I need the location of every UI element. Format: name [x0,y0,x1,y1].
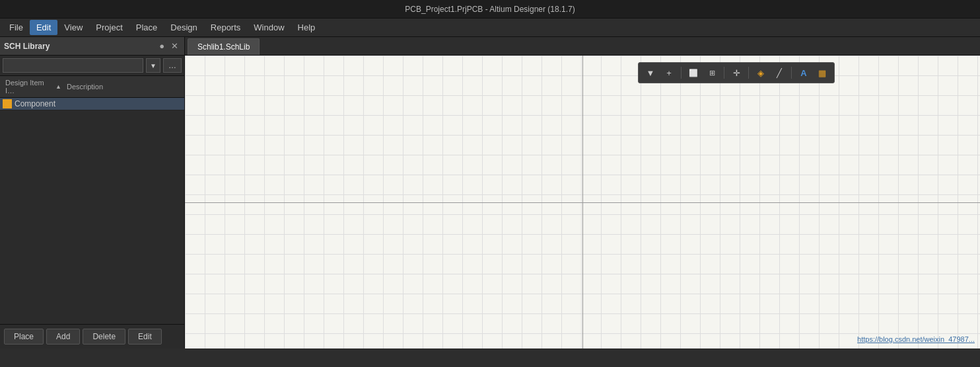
main-layout: SCH Library ● ✕ ▼ … Design Item I… ▲ Des… [0,37,980,348]
menu-window[interactable]: Window [247,20,291,35]
panel-pin-icon[interactable]: ● [157,40,166,52]
select-all-button[interactable]: ⊞ [704,65,720,81]
col-description[interactable]: Description [64,77,182,96]
schematic-canvas[interactable]: ▼ + ⬜ ⊞ ✛ ◈ ╱ A ▦ https://blog.csdn.ne [185,56,980,348]
left-panel: SCH Library ● ✕ ▼ … Design Item I… ▲ Des… [0,37,185,348]
toolbar-separator-4 [791,67,792,79]
ellipsis-button[interactable]: … [163,58,182,73]
component-tool-button[interactable]: ▦ [814,65,830,81]
menu-design[interactable]: Design [164,20,203,35]
move-tool-button[interactable]: ✛ [728,65,744,81]
search-input[interactable] [3,58,143,73]
add-tool-button[interactable]: + [661,65,677,81]
table-row[interactable]: Component [0,98,184,110]
delete-button[interactable]: Delete [83,329,125,345]
menu-project[interactable]: Project [89,20,129,35]
toolbar-separator-2 [724,67,724,79]
watermark: https://blog.csdn.net/weixin_47987... [857,335,975,343]
title-text: PCB_Project1.PrjPCB - Altium Designer (1… [405,5,575,14]
canvas-area: Schlib1.SchLib ▼ + ⬜ ⊞ ✛ ◈ ╱ A [185,37,980,348]
canvas-container[interactable]: ▼ + ⬜ ⊞ ✛ ◈ ╱ A ▦ https://blog.csdn.ne [185,56,980,348]
menu-edit[interactable]: Edit [30,20,57,35]
text-tool-button[interactable]: A [796,65,812,81]
menu-place[interactable]: Place [129,20,164,35]
filter-tool-button[interactable]: ▼ [643,65,658,81]
pin-tool-button[interactable]: ◈ [753,65,769,81]
tab-bar: Schlib1.SchLib [185,37,980,56]
place-button[interactable]: Place [4,329,44,345]
search-dropdown-button[interactable]: ▼ [146,58,160,73]
toolbar-separator-1 [681,67,682,79]
sort-icon: ▲ [55,83,61,90]
menu-help[interactable]: Help [291,20,322,35]
menu-view[interactable]: View [57,20,89,35]
select-rect-button[interactable]: ⬜ [685,65,701,81]
edit-button[interactable]: Edit [128,329,162,345]
menu-bar: File Edit View Project Place Design Repo… [0,19,980,37]
search-input-wrap [3,58,143,73]
table-header: Design Item I… ▲ Description [0,76,184,98]
component-icon [3,99,12,108]
toolbar: ▼ + ⬜ ⊞ ✛ ◈ ╱ A ▦ [638,62,835,83]
panel-header-icons: ● ✕ [157,40,180,52]
menu-reports[interactable]: Reports [204,20,248,35]
add-button[interactable]: Add [46,329,80,345]
toolbar-separator-3 [748,67,749,79]
panel-title: SCH Library [4,42,50,51]
row-name: Component [15,99,55,108]
panel-header: SCH Library ● ✕ [0,37,184,56]
search-row: ▼ … [0,56,184,76]
col-design-item[interactable]: Design Item I… ▲ [3,77,64,96]
bottom-buttons: Place Add Delete Edit [0,324,184,348]
table-body: Component [0,98,184,324]
title-bar: PCB_Project1.PrjPCB - Altium Designer (1… [0,0,980,19]
panel-close-icon[interactable]: ✕ [169,40,180,52]
menu-file[interactable]: File [3,20,30,35]
tab-schlib1[interactable]: Schlib1.SchLib [188,38,260,55]
line-tool-button[interactable]: ╱ [771,65,787,81]
